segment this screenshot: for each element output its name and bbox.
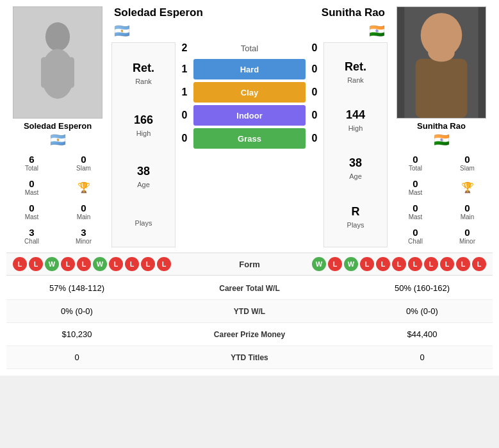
stat-right-val: 0% (0-0): [352, 300, 493, 323]
right-minor-value: 0: [443, 227, 491, 238]
form-badge: L: [109, 257, 123, 271]
left-form-badges: LLWLLWLLLL: [13, 257, 219, 271]
form-badge: L: [29, 257, 43, 271]
left-plays-label: Plays: [135, 219, 152, 227]
left-main-value: 0: [60, 203, 108, 213]
left-mast-label2: Mast: [8, 213, 56, 220]
right-flag-center: 🇮🇳: [369, 23, 385, 38]
left-grass-score: 0: [178, 133, 191, 144]
left-player-name: Soledad Esperon: [24, 121, 92, 131]
left-mast2-stat: 0 Mast: [6, 200, 57, 223]
right-mast-label: Mast: [391, 189, 439, 196]
indoor-score-row: 0 Indoor 0: [178, 105, 321, 126]
left-hard-score: 1: [178, 63, 191, 75]
flags-row: 🇦🇷 🇮🇳: [111, 23, 388, 38]
total-score-row: 2 Total 0: [178, 42, 321, 54]
hard-badge: Hard: [193, 59, 306, 79]
right-age-block: 38 Age: [349, 156, 362, 181]
right-grass-score: 0: [308, 133, 321, 144]
left-trophy-cell: 🏆: [58, 176, 109, 199]
right-center-stats: Ret. Rank 144 High 38 Age R Plays: [323, 42, 388, 247]
right-rank-label: Rank: [347, 76, 364, 84]
right-player-flag: 🇮🇳: [434, 132, 450, 147]
right-mast2-value: 0: [391, 203, 439, 213]
right-trophy-cell: 🏆: [442, 176, 493, 199]
svg-point-0: [45, 22, 70, 51]
form-section: LLWLLWLLLL Form WLWLLLLLLLL: [6, 253, 493, 276]
left-high-value: 166: [134, 113, 153, 127]
right-total-score: 0: [308, 42, 321, 54]
left-age-label: Age: [137, 181, 150, 188]
left-rank-label: Rank: [135, 78, 152, 85]
stat-center-label: YTD Titles: [147, 346, 352, 369]
form-badge: W: [312, 257, 326, 271]
right-mast-value: 0: [391, 178, 439, 189]
left-chall-label: Chall: [8, 238, 56, 245]
left-player-flag: 🇦🇷: [50, 132, 66, 147]
form-badge: W: [93, 257, 107, 271]
left-mast2-value: 0: [8, 203, 56, 213]
right-name-top: Sunitha Rao: [322, 6, 385, 19]
stat-center-label: Career Prize Money: [147, 323, 352, 346]
hard-score-row: 1 Hard 0: [178, 59, 321, 79]
stat-right-val: $44,400: [352, 323, 493, 346]
stat-right-val: 50% (160-162): [352, 277, 493, 300]
form-badge: L: [440, 257, 454, 271]
right-chall-stat: 0 Chall: [390, 224, 441, 247]
right-total-stat: 0 Total: [390, 151, 441, 174]
left-clay-score: 1: [178, 87, 191, 98]
right-age-value: 38: [349, 156, 362, 170]
form-badge: L: [456, 257, 470, 271]
left-mast-stat: 0 Mast: [6, 176, 57, 199]
right-rank-value: Ret.: [345, 60, 366, 74]
left-age-block: 38 Age: [137, 165, 150, 190]
form-badge: L: [141, 257, 155, 271]
left-total-score: 2: [178, 42, 191, 54]
right-mast-label2: Mast: [391, 213, 439, 220]
stats-row: 0 YTD Titles 0: [6, 346, 493, 369]
right-player-name: Sunitha Rao: [417, 121, 466, 131]
right-clay-score: 0: [308, 87, 321, 98]
right-chall-value: 0: [391, 227, 439, 238]
names-row: Soledad Esperon Sunitha Rao: [111, 6, 388, 19]
left-mast-label: Mast: [8, 189, 56, 196]
right-main-label: Main: [443, 213, 491, 220]
form-badge: L: [376, 257, 390, 271]
grass-score-row: 0 Grass 0: [178, 128, 321, 149]
right-plays-label: Plays: [347, 221, 364, 229]
right-plays-block: R Plays: [347, 205, 364, 230]
right-mast-stat: 0 Mast: [390, 176, 441, 199]
stat-center-label: Career Total W/L: [147, 277, 352, 300]
form-badge: L: [424, 257, 438, 271]
left-slam-stat: 0 Slam: [58, 151, 109, 174]
form-badge: L: [472, 257, 486, 271]
right-high-block: 144 High: [346, 108, 365, 133]
center-panel: Soledad Esperon Sunitha Rao 🇦🇷 🇮🇳 Ret. R…: [111, 6, 388, 247]
left-chall-stat: 3 Chall: [6, 224, 57, 247]
middle-scores: 2 Total 0 1 Hard 0 1 Clay 0: [178, 42, 321, 247]
right-player-stats: 0 Total 0 Slam 0 Mast 🏆 0 Mast: [390, 151, 493, 247]
left-total-stat: 6 Total: [6, 151, 57, 174]
svg-point-6: [428, 44, 455, 62]
form-badge: L: [77, 257, 91, 271]
left-total-value: 6: [8, 154, 56, 165]
clay-badge: Clay: [193, 82, 306, 103]
stat-left-val: 57% (148-112): [6, 277, 147, 300]
right-minor-label: Minor: [443, 238, 491, 245]
left-flag-center: 🇦🇷: [114, 23, 130, 38]
form-badge: W: [45, 257, 59, 271]
right-mast2-stat: 0 Mast: [390, 200, 441, 223]
form-badge: L: [125, 257, 139, 271]
form-badge: L: [157, 257, 171, 271]
right-slam-label: Slam: [443, 165, 491, 172]
left-main-label: Main: [60, 213, 108, 220]
left-total-label: Total: [8, 165, 56, 172]
form-badge: L: [360, 257, 374, 271]
left-minor-stat: 3 Minor: [58, 224, 109, 247]
right-form-badges: WLWLLLLLLLL: [281, 257, 487, 271]
right-total-label: Total: [391, 165, 439, 172]
svg-rect-2: [41, 57, 74, 88]
left-minor-value: 3: [60, 227, 108, 238]
left-plays-block: Plays: [135, 217, 152, 228]
indoor-badge: Indoor: [193, 105, 306, 126]
